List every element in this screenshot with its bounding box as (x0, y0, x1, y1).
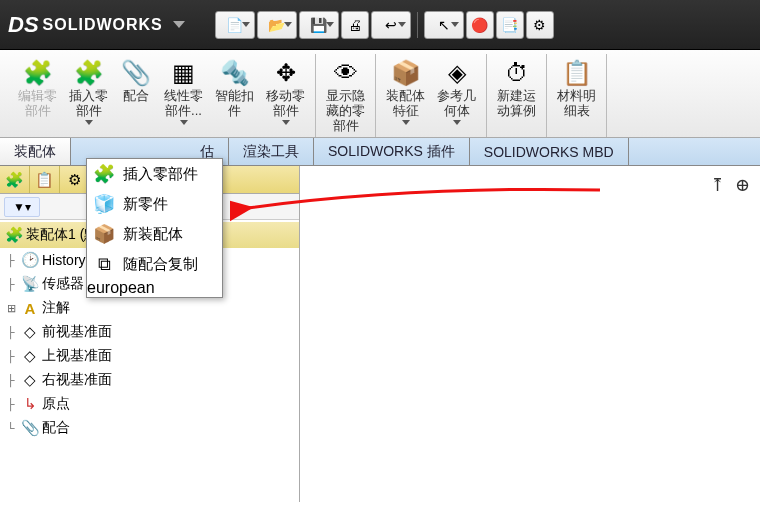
ribbon-smart-fastener[interactable]: 🔩 智能扣 件 (209, 56, 260, 120)
quick-access-toolbar: 📄 📂 💾 🖨 ↩ ↖ 🔴 📑 ⚙ (215, 11, 554, 39)
panel-tab-property[interactable]: 📋 (30, 166, 60, 193)
dropdown-label: 随配合复制 (123, 255, 198, 274)
tree-label: 注解 (42, 299, 70, 317)
tree-item-right-plane[interactable]: ├ ◇ 右视基准面 (0, 368, 299, 392)
tree-label: 前视基准面 (42, 323, 112, 341)
ribbon-label: 智能扣 件 (215, 88, 254, 118)
tab-assembly[interactable]: 装配体 (0, 138, 71, 165)
show-hidden-icon: 👁 (334, 58, 358, 88)
tree-line: └ (4, 422, 18, 434)
ribbon-insert-component[interactable]: 🧩 插入零 部件 (63, 56, 114, 127)
tree-item-annotations[interactable]: ⊞ A 注解 (0, 296, 299, 320)
origin-icon: ↳ (20, 395, 40, 413)
tree-item-mates[interactable]: └ 📎 配合 (0, 416, 299, 440)
filter-button[interactable]: ▼▾ (4, 197, 40, 217)
save-button[interactable]: 💾 (299, 11, 339, 39)
ribbon-label: 插入零 部件 (69, 88, 108, 118)
reference-geometry-icon: ◈ (448, 58, 466, 88)
toolbar-separator (417, 12, 418, 38)
tree-item-top-plane[interactable]: ├ ◇ 上视基准面 (0, 344, 299, 368)
ribbon-new-motion-study[interactable]: ⏱ 新建运 动算例 (491, 56, 542, 120)
history-icon: 🕑 (20, 251, 40, 269)
ribbon-label: 装配体 特征 (386, 88, 425, 118)
ribbon-label: 新建运 动算例 (497, 88, 536, 118)
insert-component-icon: 🧩 (93, 163, 115, 185)
ribbon-label: 配合 (123, 88, 149, 103)
dropdown-new-part[interactable]: 🧊 新零件 (87, 189, 222, 219)
undo-button[interactable]: ↩ (371, 11, 411, 39)
assembly-icon: 🧩 (4, 226, 24, 244)
tree-label: 原点 (42, 395, 70, 413)
record-button[interactable]: 🔴 (466, 11, 494, 39)
ribbon-bom[interactable]: 📋 材料明 细表 (551, 56, 602, 120)
ribbon-assembly-feature[interactable]: 📦 装配体 特征 (380, 56, 431, 127)
tree-label: 传感器 (42, 275, 84, 293)
tree-line: ├ (4, 398, 18, 410)
plane-icon: ◇ (20, 347, 40, 365)
ribbon-reference-geometry[interactable]: ◈ 参考几 何体 (431, 56, 482, 127)
motion-study-icon: ⏱ (505, 58, 529, 88)
tree-item-front-plane[interactable]: ├ ◇ 前视基准面 (0, 320, 299, 344)
settings-button[interactable]: ⚙ (526, 11, 554, 39)
ribbon-label: 线性零 部件... (164, 88, 203, 118)
tree-line: ├ (4, 254, 18, 266)
ribbon-label: 编辑零 部件 (18, 88, 57, 118)
graphics-viewport[interactable]: ⤒ ⊕ (300, 166, 760, 502)
copy-with-mates-icon: ⧉ (93, 254, 115, 275)
chevron-down-icon (85, 120, 93, 125)
ribbon-mate[interactable]: 📎 配合 (114, 56, 158, 105)
dropdown-copy-with-mates[interactable]: ⧉ 随配合复制 (87, 249, 222, 279)
sensor-icon: 📡 (20, 275, 40, 293)
tab-label: SOLIDWORKS MBD (484, 144, 614, 160)
tree-expand-icon[interactable]: ⊞ (4, 302, 18, 315)
panel-tab-feature-tree[interactable]: 🧩 (0, 166, 30, 193)
dropdown-label: 新装配体 (123, 225, 183, 244)
smart-fastener-icon: 🔩 (220, 58, 250, 88)
tree-line: ├ (4, 374, 18, 386)
tree-line: ├ (4, 326, 18, 338)
tab-sw-mbd[interactable]: SOLIDWORKS MBD (470, 138, 629, 165)
ribbon-label: 显示隐 藏的零 部件 (326, 88, 365, 133)
ribbon-linear-pattern[interactable]: ▦ 线性零 部件... (158, 56, 209, 127)
open-file-button[interactable]: 📂 (257, 11, 297, 39)
assembly-feature-icon: 📦 (391, 58, 421, 88)
new-assembly-icon: 📦 (93, 223, 115, 245)
logo-ds-icon: DS (8, 12, 39, 38)
dropdown-label: 插入零部件 (123, 165, 198, 184)
chevron-down-icon (402, 120, 410, 125)
app-brand-text: SOLIDWORKS (43, 16, 163, 34)
app-logo: DS SOLIDWORKS (8, 12, 185, 38)
viewport-orientation-icons[interactable]: ⤒ ⊕ (710, 174, 750, 196)
app-menu-dropdown-icon[interactable] (173, 21, 185, 28)
ribbon-label: 参考几 何体 (437, 88, 476, 118)
plane-icon: ◇ (20, 371, 40, 389)
mate-icon: 📎 (121, 58, 151, 88)
tab-sw-addins[interactable]: SOLIDWORKS 插件 (314, 138, 470, 165)
insert-component-icon: 🧩 (74, 58, 104, 88)
insert-component-dropdown: 🧩 插入零部件 🧊 新零件 📦 新装配体 ⧉ 随配合复制 european (86, 158, 223, 298)
new-file-button[interactable]: 📄 (215, 11, 255, 39)
print-button[interactable]: 🖨 (341, 11, 369, 39)
ribbon-move-component[interactable]: ✥ 移动零 部件 (260, 56, 311, 127)
ribbon: 🧩 编辑零 部件 🧩 插入零 部件 📎 配合 ▦ 线性零 部件... 🔩 智能扣… (0, 50, 760, 138)
tab-label: 渲染工具 (243, 143, 299, 161)
tab-label: SOLIDWORKS 插件 (328, 143, 455, 161)
tab-label: 装配体 (14, 143, 56, 161)
ribbon-label: 移动零 部件 (266, 88, 305, 118)
linear-pattern-icon: ▦ (172, 58, 195, 88)
tab-render-tools[interactable]: 渲染工具 (229, 138, 314, 165)
tree-item-origin[interactable]: ├ ↳ 原点 (0, 392, 299, 416)
edit-component-icon: 🧩 (23, 58, 53, 88)
tree-label: 上视基准面 (42, 347, 112, 365)
ribbon-edit-component[interactable]: 🧩 编辑零 部件 (12, 56, 63, 120)
ribbon-show-hidden[interactable]: 👁 显示隐 藏的零 部件 (320, 56, 371, 135)
tree-label: 右视基准面 (42, 371, 112, 389)
chevron-down-icon (453, 120, 461, 125)
chevron-down-icon (180, 120, 188, 125)
options-button[interactable]: 📑 (496, 11, 524, 39)
tree-line: ├ (4, 278, 18, 290)
dropdown-insert-component[interactable]: 🧩 插入零部件 (87, 159, 222, 189)
select-button[interactable]: ↖ (424, 11, 464, 39)
dropdown-new-assembly[interactable]: 📦 新装配体 (87, 219, 222, 249)
tree-label: History (42, 252, 86, 268)
